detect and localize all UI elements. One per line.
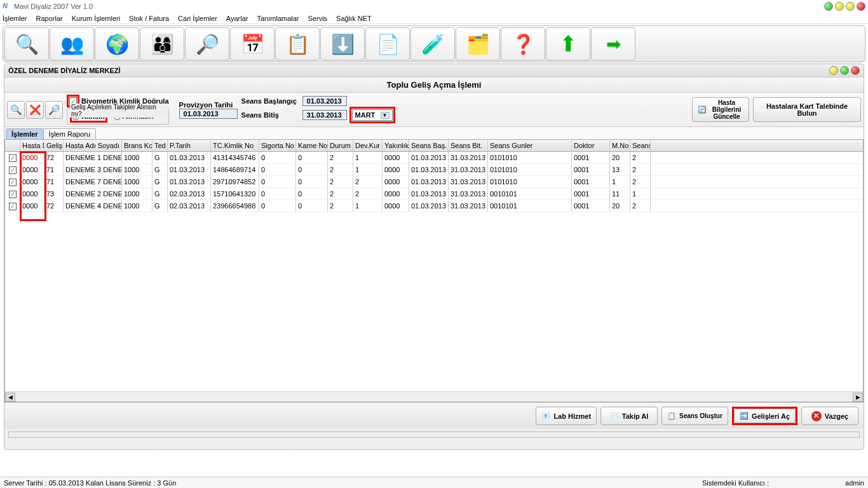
menu-kurum[interactable]: Kurum İşlemleri (72, 15, 120, 22)
minimize-icon[interactable] (824, 2, 833, 11)
col-hastano[interactable]: Hasta No (20, 140, 44, 151)
menu-raporlar[interactable]: Raporlar (36, 15, 63, 22)
menu-ayarlar[interactable]: Ayarlar (226, 15, 248, 22)
table-row[interactable]: ✓000071DENEME 7 DENEME1000G01.03.2013297… (5, 176, 863, 188)
list-icon: 📋 (667, 412, 676, 420)
toolbar-calendar-icon[interactable]: 📅 (230, 27, 275, 60)
menu-stok[interactable]: Stok / Fatura (129, 15, 169, 22)
col-ptarih[interactable]: P.Tarih (168, 140, 211, 151)
col-seans[interactable]: Seans (630, 140, 651, 151)
toolbar-help-icon[interactable]: ❓ (501, 27, 545, 60)
seans-bit-label: Seans Bitiş (241, 111, 300, 119)
menu-servis[interactable]: Servis (308, 15, 328, 22)
col-tc[interactable]: TC.Kimlik No (211, 140, 259, 151)
col-devkur[interactable]: Dev.Kur (353, 140, 383, 151)
vazgec-button[interactable]: ✕Vazgeç (801, 407, 858, 425)
mail-icon: 📧 (541, 412, 550, 420)
status-left: Server Tarihi : 05.03.2013 Kalan Lisans … (4, 479, 176, 487)
toolbar-group-icon[interactable]: 👨‍👩‍👦 (140, 27, 184, 60)
maximize-icon[interactable] (835, 2, 844, 11)
col-brans[interactable]: Brans Ko (122, 140, 153, 151)
cancel-icon: ✕ (811, 411, 822, 421)
toolbar-settings-icon[interactable]: 🗂️ (456, 27, 500, 60)
lab-button[interactable]: 📧Lab Hizmet (536, 407, 597, 425)
gelisleri-ac-button[interactable]: ➡️Gelişleri Aç (734, 409, 796, 423)
menu-saglik[interactable]: Sağlık NET (336, 15, 372, 22)
month-select[interactable]: MART ▼ (352, 109, 393, 121)
vazgec-label: Vazgeç (825, 412, 848, 420)
table-row[interactable]: ✓000072DENEME 4 DENEME1000G02.03.2013239… (5, 200, 863, 212)
menubar: İşlemler Raporlar Kurum İşlemleri Stok /… (0, 13, 868, 24)
col-karne[interactable]: Karne No (296, 140, 328, 151)
toolbar-download-icon[interactable]: ⬇️ (320, 27, 365, 60)
horizontal-scrollbar[interactable]: ◀ ▶ (5, 391, 863, 402)
forward-icon: ➡️ (740, 412, 749, 420)
takip-label: Takip Al (622, 412, 649, 420)
toolbar-world-icon[interactable]: 🌍 (95, 27, 139, 60)
status-user: admin (845, 479, 864, 487)
col-mno[interactable]: M.No (610, 140, 630, 151)
chevron-down-icon[interactable]: ▼ (381, 112, 390, 119)
toolbar-up-icon[interactable]: ⬆ (546, 27, 590, 60)
panel-header: ÖZEL DENEME DİYALİZ MERKEZİ (4, 64, 864, 77)
takip-group: Geliş Açılırken Takipler Alınsın mı? Alı… (67, 108, 169, 125)
col-ted[interactable]: Ted (153, 140, 168, 151)
toolbar-lab-icon[interactable]: 🧪 (410, 27, 455, 60)
col-sbit[interactable]: Seans Bit. (449, 140, 488, 151)
guncelle-label: Hasta Bilgilerini Güncelle (710, 99, 743, 120)
filter-row: 🔍 ❌ 🔎 ✓ Biyometrik Kimlik Doğrula Geliş … (4, 93, 864, 127)
toolbar-refresh-icon[interactable]: 📄 (365, 27, 410, 60)
row-checkbox[interactable]: ✓ (9, 154, 17, 162)
toolbar-exit-icon[interactable]: ➡ (591, 27, 635, 60)
col-sgun[interactable]: Seans Gunler (488, 140, 572, 151)
col-yakin[interactable]: Yakınlık (383, 140, 409, 151)
menu-cari[interactable]: Cari İşlemler (178, 15, 217, 22)
scroll-right-icon[interactable]: ▶ (853, 393, 863, 402)
row-checkbox[interactable]: ✓ (9, 203, 17, 210)
scroll-left-icon[interactable]: ◀ (5, 393, 15, 402)
row-checkbox[interactable]: ✓ (9, 166, 17, 174)
panel-min-icon[interactable] (829, 66, 838, 75)
grid-body: ✓000072DENEME 1 DENEME1000G01.03.2013413… (5, 152, 863, 212)
toolbar-magnify-icon[interactable]: 🔎 (185, 27, 229, 60)
tab-rapor[interactable]: İşlem Raporu (43, 128, 96, 139)
col-durum[interactable]: Durum (328, 140, 353, 151)
col-doktor[interactable]: Doktor (572, 140, 610, 151)
col-gelis[interactable]: Geliş (44, 140, 64, 151)
seans-bas-date[interactable]: 01.03.2013 (302, 96, 347, 106)
menu-islemler[interactable]: İşlemler (3, 15, 27, 22)
table-row[interactable]: ✓000073DENEME 2 DENEME1000G02.03.2013157… (5, 188, 863, 200)
seans-button[interactable]: 📋Seans Oluştur (661, 407, 728, 425)
titlebar-text: Mavi Diyaliz 2007 Ver 1.0 (14, 3, 93, 10)
app-toolbar: 🔍 👥 🌍 👨‍👩‍👦 🔎 📅 📋 ⬇️ 📄 🧪 🗂️ ❓ ⬆ ➡ (3, 25, 865, 62)
close-icon[interactable] (857, 2, 865, 11)
menu-tanim[interactable]: Tanımlamalar (257, 15, 299, 22)
col-sigorta[interactable]: Sigorta No (259, 140, 296, 151)
col-adi[interactable]: Hasta Adı Soyadı (64, 140, 122, 151)
statusbar: Server Tarihi : 05.03.2013 Kalan Lisans … (0, 477, 868, 488)
seans-bit-date[interactable]: 31.03.2013 (302, 110, 347, 120)
table-row[interactable]: ✓000071DENEME 3 DENEME1000G01.03.2013148… (5, 164, 863, 176)
col-check[interactable] (5, 140, 20, 151)
row-checkbox[interactable]: ✓ (9, 191, 17, 198)
clear-button[interactable]: ❌ (26, 101, 44, 119)
toolbar-notes-icon[interactable]: 📋 (275, 27, 320, 60)
zoom-in-button[interactable]: 🔍 (7, 101, 25, 119)
row-checkbox[interactable]: ✓ (9, 179, 17, 186)
status-user-label: Sistemdeki Kullanıcı : (702, 479, 769, 487)
toolbar-search-icon[interactable]: 🔍 (4, 27, 49, 60)
guncelle-button[interactable]: 🔄 Hasta Bilgilerini Güncelle (692, 97, 749, 122)
col-sbas[interactable]: Seans Baş. (409, 140, 449, 151)
zoom-button[interactable]: 🔎 (45, 101, 63, 119)
table-row[interactable]: ✓000072DENEME 1 DENEME1000G01.03.2013413… (5, 152, 863, 164)
provizyon-date[interactable]: 01.03.2013 (179, 109, 238, 119)
seans-bas-label: Seans Başlangıç (241, 97, 300, 105)
tab-islemler[interactable]: İşlemler (6, 128, 44, 139)
panel-max-icon[interactable] (840, 66, 849, 75)
restore-icon[interactable] (846, 2, 855, 11)
toolbar-users-icon[interactable]: 👥 (50, 27, 94, 60)
takip-button[interactable]: ✉️Takip Al (600, 407, 658, 425)
panel-close-icon[interactable] (851, 66, 860, 75)
seans-label: Seans Oluştur (679, 413, 722, 419)
kart-button[interactable]: Hastalara Kart Talebinde Bulun (753, 97, 861, 122)
